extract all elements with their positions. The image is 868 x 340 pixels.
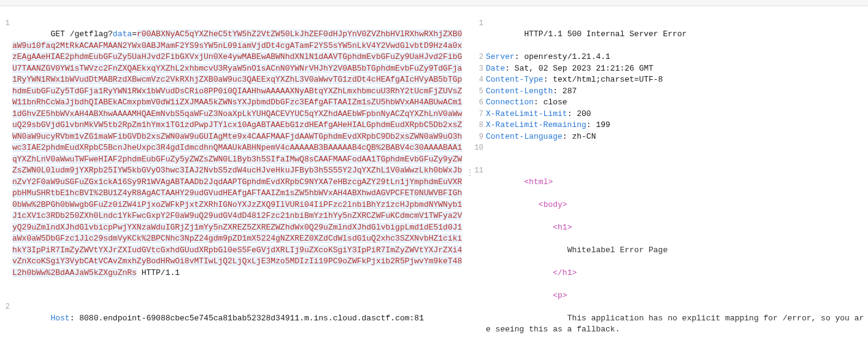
- header-value: zh-CN: [567, 132, 596, 141]
- header-value: 8080.endpoint-69088cbec5e745ca81bab52328…: [74, 314, 424, 323]
- header-value: text/html;charset=UTF-8: [548, 75, 663, 84]
- http-version: HTTP/1.1: [137, 268, 180, 277]
- drag-dots-icon: ⋮: [466, 171, 474, 175]
- html-tag: <h1>: [553, 223, 572, 232]
- response-code[interactable]: 1 HTTP/1.1 500 Internal Server Error 2Se…: [474, 6, 868, 340]
- http-method: GET: [50, 29, 64, 39]
- response-header-line[interactable]: 4Content-Type: text/html;charset=UTF-8: [486, 74, 868, 86]
- request-code[interactable]: 1 GET /getflag?data=r00ABXNyAC5qYXZheC5t…: [0, 6, 466, 340]
- header-value: close: [539, 98, 567, 107]
- pane-resize-handle[interactable]: ⋮: [466, 6, 474, 340]
- response-header-line[interactable]: 5Content-Length: 287: [486, 86, 868, 98]
- header-value: 199: [591, 120, 610, 129]
- header-name: Connection: [486, 98, 534, 107]
- response-header-line[interactable]: 7X-RateLimit-Limit: 200: [486, 109, 868, 120]
- response-header-line[interactable]: 8X-RateLimit-Remaining: 199: [486, 120, 868, 131]
- header-name: Content-Type: [486, 75, 543, 84]
- http-status: HTTP/1.1 500 Internal Server Error: [524, 29, 686, 39]
- header-name: Host: [50, 314, 69, 323]
- query-param-name: data: [113, 29, 132, 39]
- toolbar-stub: [0, 0, 868, 6]
- body-text: Whitelabel Error Page: [567, 245, 668, 255]
- request-path: /getflag?: [65, 29, 113, 39]
- line-number: 1: [474, 18, 483, 29]
- html-tag: <html>: [524, 177, 553, 187]
- html-tag: </h1>: [553, 268, 577, 277]
- request-line[interactable]: 1 GET /getflag?data=r00ABXNyAC5qYXZheC5t…: [12, 6, 466, 290]
- header-name: X-RateLimit-Remaining: [486, 120, 586, 129]
- line-number: 2: [0, 301, 10, 313]
- response-pane[interactable]: 1 HTTP/1.1 500 Internal Server Error 2Se…: [474, 6, 868, 340]
- header-value: 287: [558, 87, 577, 96]
- header-name: Date: [486, 64, 505, 73]
- response-blank-line[interactable]: 10: [486, 142, 868, 154]
- line-number: 1: [0, 18, 10, 29]
- request-header-line[interactable]: 2 Host: 8080.endpoint-69088cbec5e745ca81…: [12, 290, 466, 336]
- response-body-line[interactable]: 11 <html> <body> <h1> Whitelabel Error P…: [486, 154, 868, 341]
- html-tag: <p>: [553, 291, 567, 300]
- request-pane[interactable]: 1 GET /getflag?data=r00ABXNyAC5qYXZheC5t…: [0, 6, 466, 340]
- header-name: Content-Language: [486, 132, 563, 141]
- body-text: This application has no explicit mapping…: [486, 314, 864, 334]
- header-value: Sat, 02 Sep 2023 21:21:26 GMT: [510, 64, 653, 73]
- header-name: Server: [486, 52, 515, 61]
- response-header-line[interactable]: 2Server: openresty/1.21.4.1: [486, 52, 868, 63]
- response-header-line[interactable]: 3Date: Sat, 02 Sep 2023 21:21:26 GMT: [486, 63, 868, 75]
- header-name: Content-Length: [486, 87, 553, 96]
- split-container: 1 GET /getflag?data=r00ABXNyAC5qYXZheC5t…: [0, 6, 868, 340]
- header-value: 200: [572, 109, 591, 118]
- request-header-line[interactable]: 3 Cache-Control: max-age=0: [12, 336, 466, 341]
- header-value: openresty/1.21.4.1: [520, 52, 610, 61]
- response-header-line[interactable]: 9Content-Language: zh-CN: [486, 131, 868, 143]
- response-header-line[interactable]: 6Connection: close: [486, 97, 868, 109]
- response-status-line[interactable]: 1 HTTP/1.1 500 Internal Server Error: [486, 6, 868, 52]
- header-name: X-RateLimit-Limit: [486, 109, 567, 118]
- query-param-value: r00ABXNyAC5qYXZheC5tYW5hZ2VtZW50LkJhZEF0…: [12, 29, 462, 277]
- html-tag: <body>: [539, 200, 567, 209]
- query-param-value-tail: w%2BdAAJaW5kZXguZnRs: [41, 268, 137, 277]
